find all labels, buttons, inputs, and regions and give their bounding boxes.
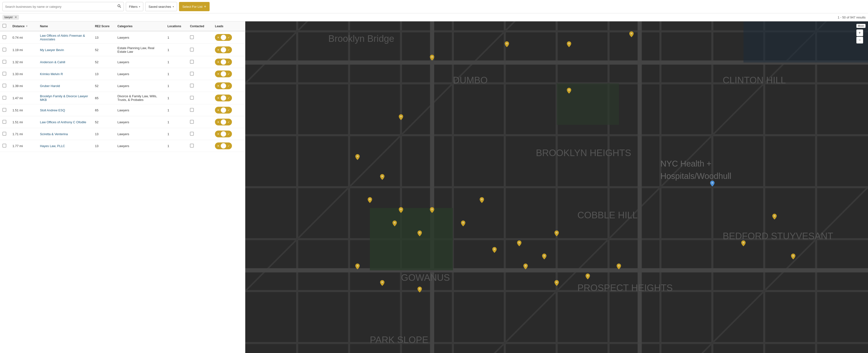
select-all-header[interactable] <box>0 21 10 31</box>
row-contacted[interactable] <box>187 116 213 128</box>
row-name[interactable]: Krimko Melvin R <box>37 68 93 80</box>
leads-x-button[interactable]: ✕ <box>216 121 220 124</box>
leads-check-button[interactable]: ✓ <box>227 96 230 100</box>
leads-check-button[interactable]: ✓ <box>227 109 230 112</box>
row-name[interactable]: Anderson & Cahill <box>37 56 93 68</box>
row-checkbox[interactable] <box>2 84 6 88</box>
score-header: RE2 Score <box>93 21 115 31</box>
leads-x-button[interactable]: ✕ <box>216 144 220 148</box>
filters-dropdown[interactable]: Filters ▾ <box>126 2 143 11</box>
saved-searches-dropdown[interactable]: Saved searches ▾ <box>145 2 177 11</box>
row-checkbox[interactable] <box>2 96 6 100</box>
row-checkbox-cell[interactable] <box>0 128 10 140</box>
row-checkbox[interactable] <box>2 108 6 112</box>
leads-check-button[interactable]: ✓ <box>227 72 230 76</box>
leads-knob <box>221 131 226 137</box>
leads-toggle[interactable]: ✕ ✓ <box>215 119 232 125</box>
row-name[interactable]: Brooklyn Family & Divorce Lawyer MKB <box>37 92 93 104</box>
contacted-checkbox[interactable] <box>190 120 194 124</box>
zoom-in-button[interactable]: + <box>856 29 863 36</box>
row-checkbox[interactable] <box>2 72 6 76</box>
row-leads: ✕ ✓ <box>213 92 245 104</box>
leads-check-button[interactable]: ✓ <box>227 144 230 148</box>
row-checkbox-cell[interactable] <box>0 80 10 92</box>
contacted-checkbox[interactable] <box>190 60 194 64</box>
leads-toggle[interactable]: ✕ ✓ <box>215 47 232 53</box>
contacted-checkbox[interactable] <box>190 132 194 136</box>
zoom-out-button[interactable]: − <box>856 37 863 43</box>
leads-x-button[interactable]: ✕ <box>216 36 220 39</box>
row-contacted[interactable] <box>187 56 213 68</box>
row-contacted[interactable] <box>187 80 213 92</box>
row-contacted[interactable] <box>187 68 213 80</box>
row-checkbox-cell[interactable] <box>0 68 10 80</box>
leads-x-button[interactable]: ✕ <box>216 61 220 64</box>
row-checkbox[interactable] <box>2 120 6 124</box>
leads-check-button[interactable]: ✓ <box>227 61 230 64</box>
remove-tag-button[interactable]: ✕ <box>14 16 17 19</box>
contacted-checkbox[interactable] <box>190 108 194 112</box>
row-checkbox[interactable] <box>2 35 6 39</box>
saved-searches-label: Saved searches <box>148 5 171 8</box>
row-locations: 1 <box>165 68 187 80</box>
leads-toggle[interactable]: ✕ ✓ <box>215 34 232 41</box>
leads-x-button[interactable]: ✕ <box>216 133 220 136</box>
row-score: 52 <box>93 44 115 56</box>
row-checkbox[interactable] <box>2 60 6 64</box>
row-checkbox[interactable] <box>2 132 6 136</box>
row-contacted[interactable] <box>187 92 213 104</box>
row-name[interactable]: Gruber Harold <box>37 80 93 92</box>
row-name[interactable]: Hayes Law, PLLC <box>37 140 93 152</box>
row-categories: Lawyers <box>115 128 165 140</box>
row-checkbox-cell[interactable] <box>0 44 10 56</box>
leads-x-button[interactable]: ✕ <box>216 96 220 100</box>
leads-x-button[interactable]: ✕ <box>216 109 220 112</box>
leads-toggle[interactable]: ✕ ✓ <box>215 70 232 77</box>
row-contacted[interactable] <box>187 44 213 56</box>
row-checkbox-cell[interactable] <box>0 92 10 104</box>
row-checkbox[interactable] <box>2 144 6 148</box>
leads-x-button[interactable]: ✕ <box>216 72 220 76</box>
row-contacted[interactable] <box>187 128 213 140</box>
leads-toggle[interactable]: ✕ ✓ <box>215 82 232 89</box>
contacted-checkbox[interactable] <box>190 84 194 88</box>
row-name[interactable]: Stoll Andrew ESQ <box>37 104 93 116</box>
leads-check-button[interactable]: ✓ <box>227 36 230 39</box>
row-contacted[interactable] <box>187 140 213 152</box>
leads-toggle[interactable]: ✕ ✓ <box>215 59 232 65</box>
row-checkbox-cell[interactable] <box>0 116 10 128</box>
leads-toggle[interactable]: ✕ ✓ <box>215 94 232 101</box>
contacted-checkbox[interactable] <box>190 35 194 39</box>
row-name[interactable]: My Lawyer Bevin <box>37 44 93 56</box>
row-name[interactable]: Sciretta & Venterina <box>37 128 93 140</box>
contacted-checkbox[interactable] <box>190 48 194 52</box>
leads-toggle[interactable]: ✕ ✓ <box>215 143 232 149</box>
row-distance: 1.19 mi <box>10 44 37 56</box>
contacted-checkbox[interactable] <box>190 96 194 100</box>
leads-check-button[interactable]: ✓ <box>227 84 230 88</box>
leads-toggle[interactable]: ✕ ✓ <box>215 130 232 137</box>
select-all-checkbox[interactable] <box>2 24 6 28</box>
search-input[interactable] <box>3 5 115 8</box>
leads-check-button[interactable]: ✓ <box>227 121 230 124</box>
leads-x-button[interactable]: ✕ <box>216 48 220 52</box>
row-checkbox-cell[interactable] <box>0 140 10 152</box>
row-name[interactable]: Law Offices of Aldric Freeman & Associat… <box>37 31 93 44</box>
search-button[interactable] <box>115 4 124 9</box>
row-checkbox-cell[interactable] <box>0 104 10 116</box>
contacted-checkbox[interactable] <box>190 144 194 148</box>
top-bar: Filters ▾ Saved searches ▾ Select For Li… <box>0 0 868 13</box>
row-checkbox-cell[interactable] <box>0 31 10 44</box>
select-for-list-button[interactable]: Select For List + <box>179 2 210 11</box>
leads-x-button[interactable]: ✕ <box>216 84 220 88</box>
leads-check-button[interactable]: ✓ <box>227 48 230 52</box>
row-checkbox-cell[interactable] <box>0 56 10 68</box>
row-checkbox[interactable] <box>2 48 6 52</box>
row-name[interactable]: Law Offices of Anthony C Ofodile <box>37 116 93 128</box>
contacted-checkbox[interactable] <box>190 72 194 76</box>
leads-check-button[interactable]: ✓ <box>227 133 230 136</box>
distance-header[interactable]: Distance ▼ <box>10 21 37 31</box>
row-contacted[interactable] <box>187 31 213 44</box>
leads-toggle[interactable]: ✕ ✓ <box>215 107 232 114</box>
row-contacted[interactable] <box>187 104 213 116</box>
